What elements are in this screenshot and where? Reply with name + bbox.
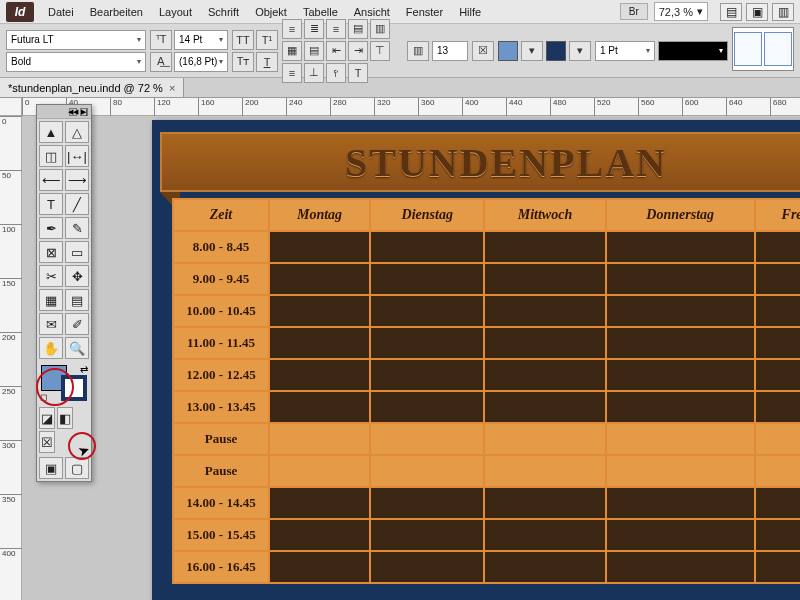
- day-cell: [484, 519, 605, 551]
- timetable: ZeitMontagDienstagMittwochDonnerstagFrei…: [172, 198, 800, 584]
- bridge-button[interactable]: Br: [620, 3, 648, 20]
- swap-fill-stroke-icon[interactable]: ⇄: [80, 364, 88, 375]
- font-size-combo[interactable]: 14 Pt▾: [174, 30, 228, 50]
- gradient-feather-tool[interactable]: ▤: [65, 289, 89, 311]
- align-towards-spine-button[interactable]: ⇤: [326, 41, 346, 61]
- menu-fenster[interactable]: Fenster: [398, 2, 451, 22]
- align-center-button[interactable]: ≣: [304, 19, 324, 39]
- align-away-spine-button[interactable]: ⇥: [348, 41, 368, 61]
- justify-right-button[interactable]: ▦: [282, 41, 302, 61]
- close-icon[interactable]: ×: [169, 82, 175, 94]
- fill-stroke-proxy[interactable]: ⇄ ◻: [39, 363, 89, 403]
- page: STUNDENPLAN ZeitMontagDienstagMittwochDo…: [152, 120, 800, 600]
- collapse-panel-icon[interactable]: ◀◀: [69, 108, 77, 116]
- day-cell: [606, 391, 755, 423]
- menu-bearbeiten[interactable]: Bearbeiten: [82, 2, 151, 22]
- vertical-center-button[interactable]: ≡: [282, 63, 302, 83]
- h-ruler-tick: 680: [770, 98, 786, 116]
- justify-all-button[interactable]: ▤: [304, 41, 324, 61]
- day-cell: [755, 551, 800, 583]
- normal-mode[interactable]: ▣: [39, 457, 63, 479]
- preview-mode[interactable]: ▢: [65, 457, 89, 479]
- align-left-button[interactable]: ≡: [282, 19, 302, 39]
- default-fill-stroke-icon[interactable]: ◻: [40, 392, 47, 402]
- content-placer-tool[interactable]: ⟶: [65, 169, 89, 191]
- zoom-tool[interactable]: 🔍: [65, 337, 89, 359]
- vertical-top-button[interactable]: ⊤: [370, 41, 390, 61]
- v-ruler-tick: 0: [0, 116, 22, 126]
- vertical-bottom-button[interactable]: ⊥: [304, 63, 324, 83]
- content-collector-tool[interactable]: ⟵: [39, 169, 63, 191]
- justify-left-button[interactable]: ▤: [348, 19, 368, 39]
- rectangle-tool[interactable]: ▭: [65, 241, 89, 263]
- menu-hilfe[interactable]: Hilfe: [451, 2, 489, 22]
- text-frame-options-button[interactable]: T: [348, 63, 368, 83]
- justify-center-button[interactable]: ▥: [370, 19, 390, 39]
- pencil-tool[interactable]: ✎: [65, 217, 89, 239]
- apply-gradient[interactable]: ◧: [57, 407, 73, 429]
- time-cell: Pause: [173, 455, 269, 487]
- document-tab[interactable]: *stundenplan_neu.indd @ 72 % ×: [0, 78, 184, 97]
- selection-tool[interactable]: ▲: [39, 121, 63, 143]
- pen-tool[interactable]: ✒: [39, 217, 63, 239]
- font-style-value: Bold: [11, 56, 31, 67]
- scissors-tool[interactable]: ✂: [39, 265, 63, 287]
- vertical-ruler[interactable]: 050100150200250300350400450: [0, 116, 22, 600]
- no-break-button[interactable]: ☒: [472, 41, 494, 61]
- line-tool[interactable]: ╱: [65, 193, 89, 215]
- day-cell: [484, 423, 605, 455]
- underline-button[interactable]: T: [256, 52, 278, 72]
- stroke-weight-combo[interactable]: 1 Pt▾: [595, 41, 655, 61]
- day-cell: [269, 391, 370, 423]
- zoom-level-combo[interactable]: 72,3 % ▾: [654, 2, 708, 21]
- day-cell: [606, 551, 755, 583]
- apply-color[interactable]: ◪: [39, 407, 55, 429]
- screen-mode-icon[interactable]: ▣: [746, 3, 768, 21]
- eyedropper-tool[interactable]: ✐: [65, 313, 89, 335]
- type-tool[interactable]: T: [39, 193, 63, 215]
- timetable-row: Pause: [173, 423, 800, 455]
- hand-tool[interactable]: ✋: [39, 337, 63, 359]
- all-caps-button[interactable]: TT: [232, 30, 254, 50]
- note-tool[interactable]: ✉: [39, 313, 63, 335]
- timetable-header: Montag: [269, 199, 370, 231]
- align-right-button[interactable]: ≡: [326, 19, 346, 39]
- menu-datei[interactable]: Datei: [40, 2, 82, 22]
- page-tool[interactable]: ◫: [39, 145, 63, 167]
- control-bar: Futura LT▾ Bold▾ ᵀT 14 Pt▾ A͟ (16,8 Pt)▾…: [0, 24, 800, 78]
- document-canvas[interactable]: STUNDENPLAN ZeitMontagDienstagMittwochDo…: [22, 116, 800, 600]
- direct-selection-tool[interactable]: △: [65, 121, 89, 143]
- menu-schrift[interactable]: Schrift: [200, 2, 247, 22]
- leading-combo[interactable]: (16,8 Pt)▾: [174, 52, 228, 72]
- stroke-style-combo[interactable]: ▾: [658, 41, 728, 61]
- ruler-origin[interactable]: [0, 98, 22, 116]
- menu-layout[interactable]: Layout: [151, 2, 200, 22]
- day-cell: [755, 391, 800, 423]
- time-cell: 8.00 - 8.45: [173, 231, 269, 263]
- stroke-color-proxy[interactable]: [61, 375, 87, 401]
- fill-swatch[interactable]: [498, 41, 518, 61]
- view-options-icon[interactable]: ▤: [720, 3, 742, 21]
- small-caps-button[interactable]: Tᴛ: [232, 52, 254, 72]
- fill-dropdown[interactable]: ▾: [521, 41, 543, 61]
- day-cell: [606, 327, 755, 359]
- gap-tool[interactable]: |↔|: [65, 145, 89, 167]
- columns-field[interactable]: 13: [432, 41, 468, 61]
- rectangle-frame-tool[interactable]: ⊠: [39, 241, 63, 263]
- spread-preview[interactable]: [732, 27, 794, 71]
- font-family-combo[interactable]: Futura LT▾: [6, 30, 146, 50]
- arrange-documents-icon[interactable]: ▥: [772, 3, 794, 21]
- tools-panel-header[interactable]: ◀◀ ▶|: [37, 105, 91, 119]
- superscript-button[interactable]: T¹: [256, 30, 278, 50]
- vertical-justify-button[interactable]: ⫯: [326, 63, 346, 83]
- font-style-combo[interactable]: Bold▾: [6, 52, 146, 72]
- apply-none[interactable]: ☒: [39, 431, 55, 453]
- stroke-dropdown[interactable]: ▾: [569, 41, 591, 61]
- horizontal-ruler[interactable]: 0408012016020024028032036040044048052056…: [22, 98, 800, 116]
- stroke-swatch[interactable]: [546, 41, 566, 61]
- gradient-swatch-tool[interactable]: ▦: [39, 289, 63, 311]
- free-transform-tool[interactable]: ✥: [65, 265, 89, 287]
- tools-panel[interactable]: ◀◀ ▶| ▲△◫|↔|⟵⟶T╱✒✎⊠▭✂✥▦▤✉✐✋🔍 ⇄ ◻ ◪◧☒ ▣▢: [36, 104, 92, 482]
- panel-menu-icon[interactable]: ▶|: [80, 108, 88, 116]
- h-ruler-tick: 600: [682, 98, 698, 116]
